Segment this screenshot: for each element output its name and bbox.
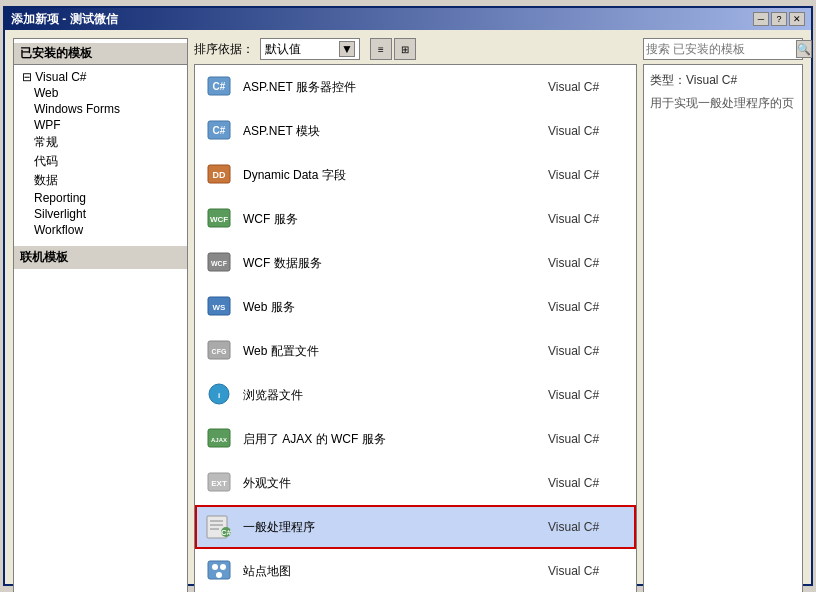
view-buttons: ≡ ⊞ xyxy=(370,38,416,60)
template-category: Visual C# xyxy=(548,124,628,138)
svg-text:CFG: CFG xyxy=(212,348,227,355)
right-panel: 🔍 类型：Visual C# 用于实现一般处理程序的页 xyxy=(643,38,803,592)
template-category: Visual C# xyxy=(548,432,628,446)
template-item-external[interactable]: EXT 外观文件 Visual C# xyxy=(195,461,636,505)
template-name: WCF 服务 xyxy=(243,211,540,228)
sort-label: 排序依据： xyxy=(194,41,254,58)
tree-data[interactable]: 数据 xyxy=(14,171,187,190)
template-item-web-config[interactable]: CFG Web 配置文件 Visual C# xyxy=(195,329,636,373)
wcf-icon: WCF xyxy=(203,203,235,235)
sort-value: 默认值 xyxy=(265,41,339,58)
template-name: Web 服务 xyxy=(243,299,540,316)
template-name: 站点地图 xyxy=(243,563,540,580)
svg-text:C#: C# xyxy=(213,81,226,92)
close-button[interactable]: ✕ xyxy=(789,12,805,26)
template-item-aspnet-server[interactable]: C# ASP.NET 服务器控件 Visual C# xyxy=(195,65,636,109)
help-button[interactable]: ? xyxy=(771,12,787,26)
tree-code[interactable]: 代码 xyxy=(14,152,187,171)
list-view-button[interactable]: ≡ xyxy=(370,38,392,60)
sitemap-icon xyxy=(203,555,235,587)
tree-visual-csharp[interactable]: ⊟ Visual C# xyxy=(14,69,187,85)
template-name: ASP.NET 模块 xyxy=(243,123,540,140)
template-category: Visual C# xyxy=(548,564,628,578)
template-name: Web 配置文件 xyxy=(243,343,540,360)
template-name: 一般处理程序 xyxy=(243,519,540,536)
template-list: C# ASP.NET 服务器控件 Visual C# C# ASP.NET 模块… xyxy=(194,64,637,592)
template-category: Visual C# xyxy=(548,256,628,270)
grid-view-button[interactable]: ⊞ xyxy=(394,38,416,60)
template-item-handler[interactable]: C# 一般处理程序 Visual C# xyxy=(195,505,636,549)
web-config-icon: CFG xyxy=(203,335,235,367)
top-section: 已安装的模板 ⊟ Visual C# Web Windows Forms WPF… xyxy=(13,38,803,592)
svg-text:C#: C# xyxy=(213,125,226,136)
web-service-icon: WS xyxy=(203,291,235,323)
tree-container: ⊟ Visual C# Web Windows Forms WPF 常规 代码 … xyxy=(14,65,187,242)
toolbar-row: 排序依据： 默认值 ▼ ≡ ⊞ xyxy=(194,38,637,60)
template-category: Visual C# xyxy=(548,300,628,314)
tree-normal[interactable]: 常规 xyxy=(14,133,187,152)
template-category: Visual C# xyxy=(548,388,628,402)
title-bar-buttons: ─ ? ✕ xyxy=(753,12,805,26)
tree-reporting[interactable]: Reporting xyxy=(14,190,187,206)
dialog-body: 已安装的模板 ⊟ Visual C# Web Windows Forms WPF… xyxy=(5,30,811,592)
aspnet-module-icon: C# xyxy=(203,115,235,147)
svg-point-27 xyxy=(212,564,218,570)
search-button[interactable]: 🔍 xyxy=(796,40,812,58)
template-category: Visual C# xyxy=(548,212,628,226)
tree-web[interactable]: Web xyxy=(14,85,187,101)
info-description: 用于实现一般处理程序的页 xyxy=(650,94,796,113)
external-icon: EXT xyxy=(203,467,235,499)
browser-icon: i xyxy=(203,379,235,411)
template-item-wcf-data[interactable]: WCF WCF 数据服务 Visual C# xyxy=(195,241,636,285)
template-category: Visual C# xyxy=(548,520,628,534)
svg-text:C#: C# xyxy=(221,528,232,537)
template-item-aspnet-module[interactable]: C# ASP.NET 模块 Visual C# xyxy=(195,109,636,153)
svg-point-29 xyxy=(216,572,222,578)
template-name: WCF 数据服务 xyxy=(243,255,540,272)
svg-text:i: i xyxy=(218,391,220,400)
template-name: ASP.NET 服务器控件 xyxy=(243,79,540,96)
template-item-dynamic-data[interactable]: DD Dynamic Data 字段 Visual C# xyxy=(195,153,636,197)
middle-panel: 排序依据： 默认值 ▼ ≡ ⊞ C# xyxy=(194,38,637,592)
template-item-ajax-wcf[interactable]: AJAX 启用了 AJAX 的 WCF 服务 Visual C# xyxy=(195,417,636,461)
template-item-web-service[interactable]: WS Web 服务 Visual C# xyxy=(195,285,636,329)
sort-arrow-icon: ▼ xyxy=(339,41,355,57)
svg-text:EXT: EXT xyxy=(211,479,227,488)
aspnet-server-icon: C# xyxy=(203,71,235,103)
template-item-wcf[interactable]: WCF WCF 服务 Visual C# xyxy=(195,197,636,241)
info-panel: 类型：Visual C# 用于实现一般处理程序的页 xyxy=(643,64,803,592)
svg-text:WS: WS xyxy=(213,303,227,312)
installed-templates-header: 已安装的模板 xyxy=(14,43,187,65)
left-panel: 已安装的模板 ⊟ Visual C# Web Windows Forms WPF… xyxy=(13,38,188,592)
template-item-browser[interactable]: i 浏览器文件 Visual C# xyxy=(195,373,636,417)
search-input[interactable] xyxy=(646,42,796,56)
search-box[interactable]: 🔍 xyxy=(643,38,803,60)
minimize-button[interactable]: ─ xyxy=(753,12,769,26)
tree-workflow[interactable]: Workflow xyxy=(14,222,187,238)
tree-winforms[interactable]: Windows Forms xyxy=(14,101,187,117)
tree-silverlight[interactable]: Silverlight xyxy=(14,206,187,222)
svg-point-28 xyxy=(220,564,226,570)
sort-dropdown[interactable]: 默认值 ▼ xyxy=(260,38,360,60)
template-name: 浏览器文件 xyxy=(243,387,540,404)
tree-wpf[interactable]: WPF xyxy=(14,117,187,133)
svg-text:AJAX: AJAX xyxy=(211,437,227,443)
template-category: Visual C# xyxy=(548,80,628,94)
wcf-data-icon: WCF xyxy=(203,247,235,279)
title-bar: 添加新项 - 测试微信 ─ ? ✕ xyxy=(5,8,811,30)
template-category: Visual C# xyxy=(548,168,628,182)
ajax-wcf-icon: AJAX xyxy=(203,423,235,455)
svg-text:DD: DD xyxy=(213,170,226,180)
template-item-sitemap[interactable]: 站点地图 Visual C# xyxy=(195,549,636,592)
dynamic-data-icon: DD xyxy=(203,159,235,191)
svg-text:WCF: WCF xyxy=(210,215,228,224)
online-templates-section[interactable]: 联机模板 xyxy=(14,246,187,269)
handler-icon: C# xyxy=(203,511,235,543)
template-category: Visual C# xyxy=(548,476,628,490)
template-category: Visual C# xyxy=(548,344,628,358)
dialog-window: 添加新项 - 测试微信 ─ ? ✕ 已安装的模板 ⊟ Visual C# Web… xyxy=(3,6,813,586)
expand-icon: ⊟ xyxy=(22,70,32,84)
template-name: 启用了 AJAX 的 WCF 服务 xyxy=(243,431,540,448)
dialog-title: 添加新项 - 测试微信 xyxy=(11,11,118,28)
svg-text:WCF: WCF xyxy=(211,260,228,267)
